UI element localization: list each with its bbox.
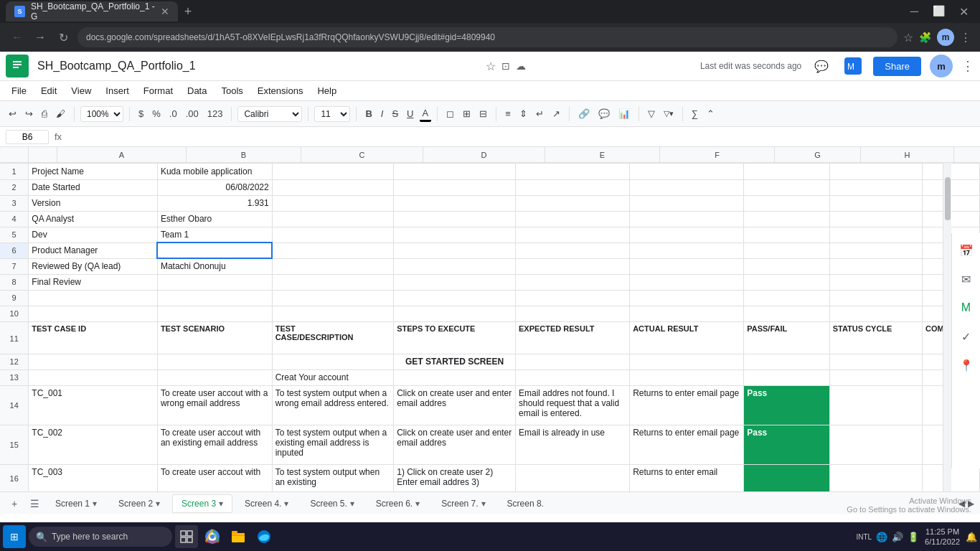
menu-insert[interactable]: Insert (100, 83, 135, 99)
cell-e11[interactable]: EXPECTED RESULT (515, 321, 629, 354)
decimal-inc-button[interactable]: .00 (183, 107, 202, 121)
col-header-d[interactable]: D (423, 147, 545, 163)
cell-e2[interactable] (515, 179, 629, 195)
menu-icon[interactable]: ⋮ (960, 31, 971, 44)
bold-button[interactable]: B (362, 107, 374, 121)
cell-c9[interactable] (272, 290, 394, 306)
cell-d12[interactable]: GET STARTED SCREEN (394, 354, 516, 369)
filter-view-button[interactable]: ▽▾ (661, 108, 677, 120)
cell-a12[interactable] (29, 354, 158, 369)
cell-c16[interactable]: To test system output when an existing (272, 464, 394, 491)
cell-e7[interactable] (515, 258, 629, 274)
cell-b6[interactable] (157, 242, 272, 258)
underline-button[interactable]: U (404, 107, 416, 121)
cell-c14[interactable]: To test system output when a wrong email… (272, 385, 394, 425)
cell-a6[interactable]: Product Manager (29, 242, 158, 258)
tab-close-button[interactable]: ✕ (161, 6, 169, 17)
refresh-button[interactable]: ↻ (55, 31, 72, 44)
browser-tab[interactable]: S SH_Bootcamp_QA_Portfolio_1 - G ✕ (6, 1, 178, 22)
cell-f5[interactable] (630, 227, 744, 242)
cell-d9[interactable] (394, 290, 516, 306)
cell-f13[interactable] (630, 369, 744, 385)
filter-button[interactable]: ▽ (645, 107, 658, 121)
cell-b13[interactable] (157, 369, 272, 385)
cell-a15[interactable]: TC_002 (29, 425, 158, 464)
cell-h3[interactable] (829, 195, 922, 211)
cell-f14[interactable]: Returns to enter email page (630, 385, 744, 425)
italic-button[interactable]: I (378, 107, 387, 121)
taskbar-app-task-view[interactable] (175, 525, 198, 548)
merge-button[interactable]: ⊟ (476, 107, 490, 121)
cell-g2[interactable] (744, 179, 830, 195)
cell-d14[interactable]: Click on create user and enter email add… (394, 385, 516, 425)
sheet-tab-screen1[interactable]: Screen 1 ▾ (46, 494, 106, 513)
cell-c2[interactable] (272, 179, 394, 195)
menu-format[interactable]: Format (138, 83, 179, 99)
percent-button[interactable]: % (149, 107, 164, 121)
cell-e6[interactable] (515, 242, 629, 258)
taskbar-app-explorer[interactable] (227, 525, 250, 548)
cell-f11[interactable]: ACTUAL RESULT (630, 321, 744, 354)
cell-f2[interactable] (630, 179, 744, 195)
cell-b7[interactable]: Matachi Ononuju (157, 258, 272, 274)
col-header-a[interactable]: A (57, 147, 187, 163)
cell-g7[interactable] (744, 258, 830, 274)
vertical-scrollbar[interactable] (943, 163, 951, 491)
font-size-select[interactable]: 11 (314, 106, 350, 122)
cell-e9[interactable] (515, 290, 629, 306)
cell-b14[interactable]: To create user accout with a wrong email… (157, 385, 272, 425)
cell-b5[interactable]: Team 1 (157, 227, 272, 242)
cell-d13[interactable] (394, 369, 516, 385)
cell-b12[interactable] (157, 354, 272, 369)
cell-h15[interactable] (829, 425, 922, 464)
cell-f8[interactable] (630, 274, 744, 290)
cell-e8[interactable] (515, 274, 629, 290)
menu-extensions[interactable]: Extensions (252, 83, 309, 99)
functions-button[interactable]: ∑ (689, 107, 701, 121)
expand-button[interactable]: ⌃ (704, 107, 717, 121)
new-tab-button[interactable]: + (178, 1, 198, 22)
redo-button[interactable]: ↪ (22, 107, 36, 121)
maximize-button[interactable]: ⬜ (927, 5, 951, 19)
back-button[interactable]: ← (9, 31, 26, 44)
cell-e4[interactable] (515, 211, 629, 227)
tasks-icon[interactable]: ✓ (955, 325, 978, 348)
bookmark-icon[interactable]: ☆ (903, 31, 913, 44)
cell-d16[interactable]: 1) Click on create user 2) Enter email a… (394, 464, 516, 491)
cell-a4[interactable]: QA Analyst (29, 211, 158, 227)
cell-f3[interactable] (630, 195, 744, 211)
close-button[interactable]: ✕ (953, 5, 974, 19)
cell-b2[interactable]: 06/08/2022 (157, 179, 272, 195)
cell-h6[interactable] (829, 242, 922, 258)
cell-d6[interactable] (394, 242, 516, 258)
cell-h14[interactable] (829, 385, 922, 425)
cell-g6[interactable] (744, 242, 830, 258)
cell-g8[interactable] (744, 274, 830, 290)
mail-icon[interactable]: ✉ (955, 268, 978, 291)
align-v-button[interactable]: ⇕ (517, 107, 530, 121)
cell-c1[interactable] (272, 164, 394, 179)
battery-icon[interactable]: 🔋 (908, 532, 919, 542)
sheets-menu-icon[interactable]: ⋮ (961, 58, 974, 74)
cell-f4[interactable] (630, 211, 744, 227)
cell-a10[interactable] (29, 306, 158, 321)
cell-d8[interactable] (394, 274, 516, 290)
cell-c5[interactable] (272, 227, 394, 242)
taskbar-app-edge[interactable] (253, 525, 275, 548)
align-h-button[interactable]: ≡ (502, 107, 514, 121)
cell-h9[interactable] (829, 290, 922, 306)
cell-b15[interactable]: To create user accout with an existing e… (157, 425, 272, 464)
menu-tools[interactable]: Tools (215, 83, 248, 99)
cell-e5[interactable] (515, 227, 629, 242)
cell-h12[interactable] (829, 354, 922, 369)
cell-h7[interactable] (829, 258, 922, 274)
chart-button[interactable]: 📊 (616, 107, 633, 121)
currency-button[interactable]: $ (136, 107, 146, 121)
sheet-tab-screen7[interactable]: Screen 7. ▾ (432, 494, 494, 513)
cell-a14[interactable]: TC_001 (29, 385, 158, 425)
minimize-button[interactable]: ─ (905, 5, 924, 19)
calendar-icon[interactable]: 📅 (955, 239, 978, 262)
cell-b8[interactable] (157, 274, 272, 290)
cell-h2[interactable] (829, 179, 922, 195)
cell-g16[interactable] (744, 464, 830, 491)
